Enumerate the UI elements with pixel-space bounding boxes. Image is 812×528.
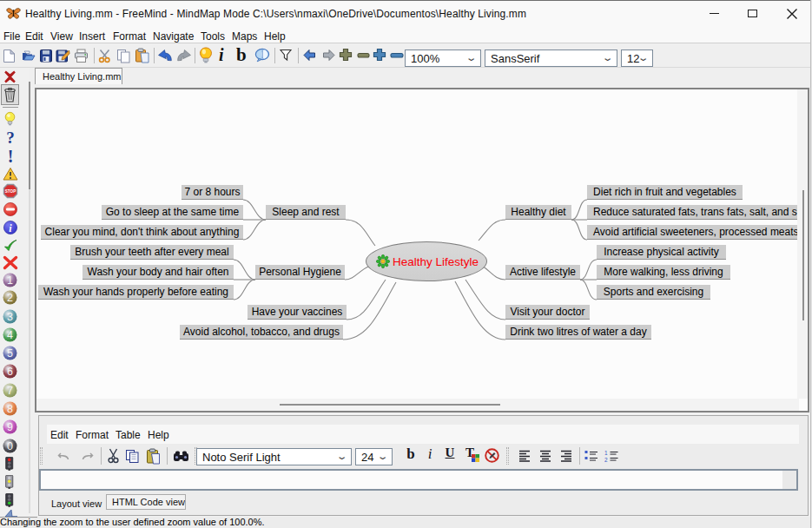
svg-text:STOP: STOP [5, 189, 16, 194]
svg-text:7: 7 [7, 385, 13, 397]
svg-text:1: 1 [604, 450, 608, 456]
svg-text:1: 1 [7, 274, 13, 287]
svg-text:4: 4 [7, 329, 13, 341]
svg-text:8: 8 [7, 403, 13, 415]
svg-text:2: 2 [604, 457, 608, 463]
svg-text:6: 6 [7, 366, 13, 378]
svg-text:3: 3 [7, 311, 13, 323]
svg-text:0: 0 [7, 440, 13, 452]
svg-text:2: 2 [7, 292, 13, 304]
svg-text:9: 9 [7, 421, 13, 433]
svg-text:5: 5 [7, 347, 13, 360]
